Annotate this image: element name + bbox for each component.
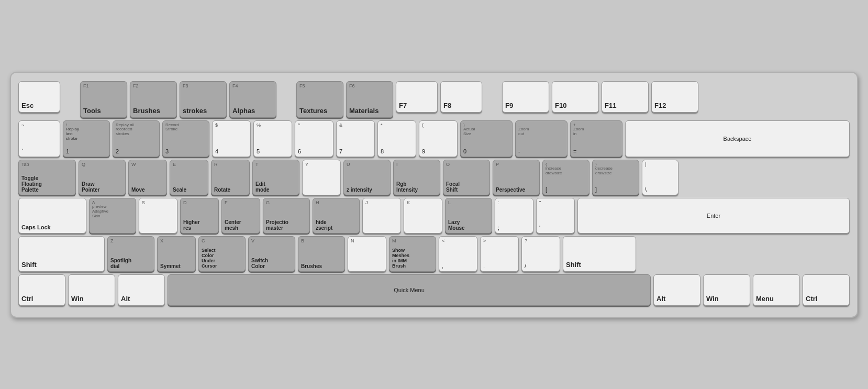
key-y[interactable]: Y (302, 160, 341, 195)
key-lctrl[interactable]: Ctrl (18, 274, 65, 306)
key-v[interactable]: V SwitchColor (248, 236, 295, 272)
keyboard: Esc F1 Tools F2 Brushes F3 strokes F4 Al… (10, 72, 858, 318)
key-g[interactable]: G Projectiomaster (263, 198, 310, 234)
key-f12[interactable]: F12 (651, 81, 698, 113)
key-space[interactable]: Quick Menu (168, 274, 651, 306)
key-m[interactable]: M ShowMeshesin IMMBrush (389, 236, 436, 272)
key-minus[interactable]: _Zoomout - (515, 120, 567, 157)
key-f3[interactable]: F3 strokes (180, 81, 227, 118)
key-backslash[interactable]: | \ (642, 160, 678, 195)
key-p[interactable]: P Perspective (493, 160, 540, 195)
key-semi[interactable]: : ; (495, 198, 533, 234)
key-f[interactable]: F Centermesh (221, 198, 260, 234)
key-d[interactable]: D Higherres (180, 198, 219, 234)
key-rshift[interactable]: Shift (563, 236, 636, 272)
key-a[interactable]: ApreviewAdaptiveSkin (89, 198, 136, 234)
key-rwin[interactable]: Win (703, 274, 750, 306)
key-f5[interactable]: F5 Textures (296, 81, 343, 118)
key-equals[interactable]: +Zoomin = (570, 120, 622, 157)
key-esc[interactable]: Esc (18, 81, 60, 113)
key-tilde[interactable]: ~ ` (18, 120, 60, 157)
key-lshift[interactable]: Shift (18, 236, 105, 272)
key-j[interactable]: J (362, 198, 401, 234)
key-caps[interactable]: Caps Lock (18, 198, 86, 234)
key-k[interactable]: K (404, 198, 442, 234)
key-9[interactable]: ( 9 (419, 120, 458, 157)
key-slash[interactable]: ? / (521, 236, 560, 272)
key-r[interactable]: R Rotate (211, 160, 250, 195)
key-comma[interactable]: < , (439, 236, 477, 272)
key-f11[interactable]: F11 (602, 81, 649, 113)
key-f8[interactable]: F8 (440, 81, 482, 113)
key-f4[interactable]: F4 Alphas (229, 81, 276, 118)
key-f7[interactable]: F7 (396, 81, 438, 113)
key-backspace[interactable]: Backspace (625, 120, 850, 157)
key-l[interactable]: L LazyMouse (445, 198, 492, 234)
key-q[interactable]: Q DrawPointer (79, 160, 126, 195)
key-0[interactable]: )ActualSize 0 (460, 120, 513, 157)
key-esc-label: Esc (21, 102, 34, 109)
key-3[interactable]: RecordStroke 3 (162, 120, 209, 157)
key-5[interactable]: % 5 (253, 120, 292, 157)
key-f1[interactable]: F1 Tools (80, 81, 127, 118)
key-4[interactable]: $ 4 (212, 120, 251, 157)
key-e[interactable]: E Scale (170, 160, 208, 195)
key-8[interactable]: * 8 (377, 120, 416, 157)
key-z[interactable]: Z Spotlighdial (107, 236, 154, 272)
key-f6[interactable]: F6 Materials (346, 81, 393, 118)
key-ralt[interactable]: Alt (653, 274, 700, 306)
key-f9[interactable]: F9 (502, 81, 549, 113)
key-rctrl[interactable]: Ctrl (803, 274, 850, 306)
key-c[interactable]: C SelectColorUnderCursor (198, 236, 246, 272)
key-lalt[interactable]: Alt (118, 274, 165, 306)
key-n[interactable]: N (348, 236, 386, 272)
key-h[interactable]: H hidezscript (313, 198, 360, 234)
key-rbracket[interactable]: }decreasedrawsize ] (592, 160, 639, 195)
key-period[interactable]: > . (480, 236, 519, 272)
key-u[interactable]: U z intensity (343, 160, 391, 195)
key-7[interactable]: & 7 (336, 120, 375, 157)
key-tab[interactable]: Tab ToggleFloatingPalette (18, 160, 76, 195)
key-1[interactable]: !Replaylaststroke 1 (63, 120, 110, 157)
key-f10[interactable]: F10 (552, 81, 599, 113)
key-lbracket[interactable]: {increasedrawsize [ (542, 160, 589, 195)
key-lwin[interactable]: Win (68, 274, 115, 306)
key-w[interactable]: W Move (128, 160, 167, 195)
key-f2[interactable]: F2 Brushes (130, 81, 177, 118)
key-menu[interactable]: Menu (753, 274, 800, 306)
key-2[interactable]: Replay allrecordedstrokes 2 (113, 120, 160, 157)
key-s[interactable]: S (139, 198, 177, 234)
key-o[interactable]: O FocalShift (443, 160, 490, 195)
key-b[interactable]: B Brushes (298, 236, 345, 272)
key-i[interactable]: I RgbIntensity (393, 160, 440, 195)
key-enter[interactable]: Enter (577, 198, 850, 234)
key-t[interactable]: T Editmode (252, 160, 299, 195)
key-6[interactable]: ^ 6 (295, 120, 333, 157)
key-quote[interactable]: " ' (536, 198, 575, 234)
key-x[interactable]: X Symmet (157, 236, 196, 272)
